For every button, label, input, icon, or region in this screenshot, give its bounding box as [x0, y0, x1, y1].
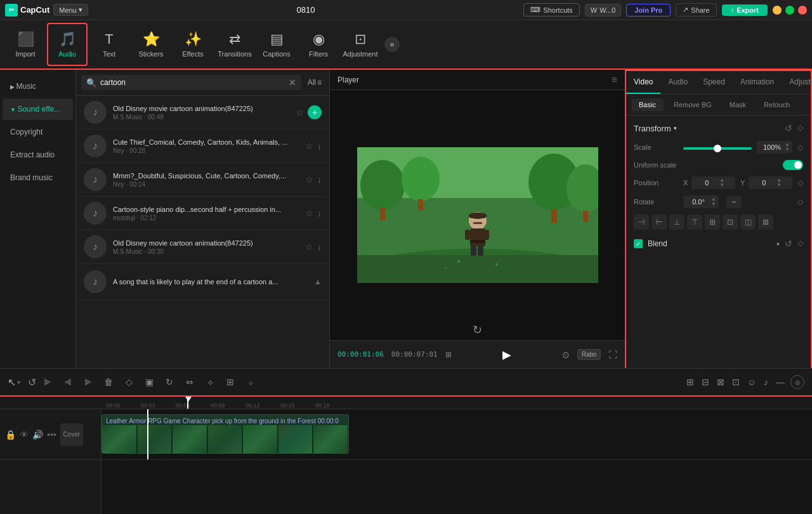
scale-keyframe-button[interactable]: ◇: [797, 143, 803, 152]
search-input[interactable]: [100, 78, 285, 87]
audio-item[interactable]: ♪ Cute Thief_Comical, Comedy, Cartoon, K…: [76, 129, 329, 163]
workspace-button[interactable]: W W...0: [585, 4, 621, 16]
export-button[interactable]: ↑ Export: [722, 4, 768, 16]
sidebar-item-brand[interactable]: Brand music: [3, 167, 73, 188]
search-clear-button[interactable]: ✕: [289, 77, 296, 88]
ratio-button[interactable]: Ratio: [577, 349, 601, 360]
menu-button[interactable]: Menu ▾: [53, 4, 88, 16]
playback-settings-button[interactable]: ⊞: [445, 350, 452, 359]
favorite-button[interactable]: ☆: [305, 175, 313, 185]
split-button[interactable]: ⫸: [39, 373, 56, 391]
subtab-retouch[interactable]: Retouch: [756, 98, 797, 111]
position-keyframe-button[interactable]: ◇: [797, 178, 803, 187]
subtab-remove-bg[interactable]: Remove BG: [666, 98, 719, 111]
tool-captions[interactable]: ▤ Captions: [256, 23, 297, 66]
tool-text[interactable]: T Text: [89, 23, 129, 66]
zoom-circle-button[interactable]: ◎: [790, 375, 804, 389]
favorite-button[interactable]: ☆: [305, 208, 313, 218]
transform-reset-button[interactable]: ↺: [785, 123, 792, 133]
audio-item[interactable]: ♪ Cartoon-style piano dip...second half …: [76, 197, 329, 230]
sidebar-item-extract-audio[interactable]: Extract audio: [3, 144, 73, 166]
add-audio-button[interactable]: +: [308, 105, 322, 119]
tool-filters[interactable]: ◉ Filters: [298, 23, 339, 66]
crop-button[interactable]: ⊞: [221, 373, 239, 391]
maximize-button[interactable]: [785, 6, 794, 15]
mirror-h-button[interactable]: ⇔: [181, 373, 199, 391]
align-center-v-button[interactable]: ⊞: [705, 214, 720, 230]
mask-button[interactable]: ◇: [120, 373, 138, 391]
tab-audio[interactable]: Audio: [660, 71, 695, 94]
subtab-basic[interactable]: Basic: [631, 98, 664, 111]
subtab-mask[interactable]: Mask: [722, 98, 754, 111]
align-dist-v-button[interactable]: ⊠: [758, 214, 773, 230]
sidebar-item-sound-effects[interactable]: Sound effe...: [3, 98, 73, 120]
close-button[interactable]: [798, 6, 807, 15]
align-right-button[interactable]: ⊥: [669, 214, 684, 230]
audio-item-partial[interactable]: ♪ A song that is likely to play at the e…: [76, 264, 329, 300]
range-btn[interactable]: —: [774, 375, 787, 389]
tool-stickers[interactable]: ⭐ Stickers: [131, 23, 171, 66]
track-lock-button[interactable]: 🔒: [5, 430, 16, 440]
tool-adjustment[interactable]: ⊡ Adjustment: [340, 23, 381, 66]
transform-keyframe-button[interactable]: ◇: [797, 123, 803, 133]
video-clip[interactable]: Leather Armor RPG Game Character pick up…: [102, 414, 349, 454]
select-tool[interactable]: ↖ ▾: [8, 376, 20, 388]
undo-button[interactable]: ↺: [28, 376, 36, 388]
blend-reset-button[interactable]: ↺: [785, 239, 792, 249]
toolbar-expand-button[interactable]: »: [384, 37, 400, 52]
scale-slider[interactable]: [683, 147, 752, 150]
trim-start-button[interactable]: ⫷: [59, 373, 77, 391]
rotate-stepper[interactable]: ▲ ▼: [711, 197, 716, 207]
favorite-button[interactable]: ☆: [305, 141, 313, 151]
tool-transitions[interactable]: ⇄ Transitions: [214, 23, 255, 66]
position-x-input[interactable]: [694, 179, 719, 187]
resolution-button[interactable]: ⊙: [562, 350, 570, 360]
delete-button[interactable]: 🗑: [100, 373, 117, 391]
align-dist-h-button[interactable]: ◫: [740, 214, 756, 230]
tool-audio[interactable]: 🎵 Audio: [47, 23, 88, 66]
favorite-button[interactable]: ☆: [305, 242, 313, 252]
auto-button[interactable]: ⬦: [242, 373, 259, 391]
rotate-keyframe-button[interactable]: ◇: [797, 197, 803, 206]
tab-video[interactable]: Video: [626, 71, 660, 94]
emoji-btn[interactable]: ☺: [745, 375, 758, 389]
loop-button[interactable]: ↻: [160, 373, 178, 391]
volume-btn[interactable]: ♪: [762, 375, 770, 389]
audio-item[interactable]: ♪ Old Disney movie cartoon animation(847…: [76, 230, 329, 264]
trim-end-button[interactable]: ⫸: [79, 373, 97, 391]
scale-down-button[interactable]: ▼: [785, 147, 790, 152]
align-left-button[interactable]: ⊣: [634, 214, 649, 230]
rotate-minus-button[interactable]: −: [726, 196, 742, 208]
player-menu-button[interactable]: ≡: [612, 74, 617, 86]
share-button[interactable]: ↗ Share: [676, 3, 716, 16]
pos-y-down[interactable]: ▼: [776, 183, 782, 188]
align-top-button[interactable]: ⊤: [687, 214, 702, 230]
audio-item[interactable]: ♪ Mmm?_Doubtful, Suspicious, Cute, Carto…: [76, 163, 329, 197]
track-audio-button[interactable]: 🔊: [32, 430, 43, 440]
audio-item[interactable]: ♪ Old Disney movie cartoon animation(847…: [76, 96, 329, 129]
download-button[interactable]: ↓: [317, 141, 322, 151]
play-button[interactable]: ▶: [502, 348, 511, 362]
pos-x-down[interactable]: ▼: [719, 183, 724, 188]
download-button[interactable]: ↓: [317, 242, 322, 252]
track-visibility-button[interactable]: 👁: [20, 430, 29, 440]
rotate-down[interactable]: ▼: [711, 202, 716, 207]
shortcuts-button[interactable]: ⌨ Shortcuts: [523, 3, 579, 16]
tab-adjustment[interactable]: Adjustment: [782, 71, 812, 94]
position-y-input[interactable]: [751, 179, 776, 187]
scale-stepper[interactable]: ▲ ▼: [785, 142, 790, 152]
group2-btn[interactable]: ⊡: [730, 375, 742, 389]
sidebar-item-copyright[interactable]: Copyright: [3, 121, 73, 143]
position-x-stepper[interactable]: ▲ ▼: [719, 178, 724, 188]
download-button[interactable]: ↓: [317, 175, 322, 185]
join-pro-button[interactable]: Join Pro: [626, 4, 671, 16]
all-filter-button[interactable]: All ≡: [305, 77, 324, 88]
split-view-btn[interactable]: ⊞: [684, 375, 696, 389]
tool-import[interactable]: ⬛ Import: [5, 23, 46, 66]
track-more-button[interactable]: •••: [47, 430, 56, 440]
download-button[interactable]: ↓: [317, 208, 322, 218]
cover-label[interactable]: Cover: [60, 423, 83, 446]
minimize-button[interactable]: [773, 6, 782, 15]
mirror-v-button[interactable]: ⟡: [201, 373, 219, 391]
tool-effects[interactable]: ✨ Effects: [173, 23, 213, 66]
